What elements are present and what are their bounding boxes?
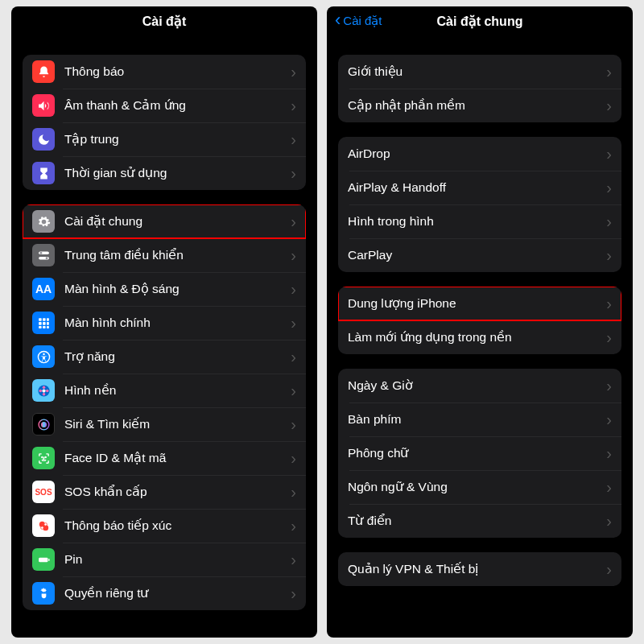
chevron-right-icon: › (606, 146, 612, 162)
gear-icon (32, 210, 55, 233)
list-item[interactable]: Quản lý VPN & Thiết bị› (338, 552, 621, 586)
list-item-label: CarPlay (348, 248, 606, 262)
chevron-left-icon: ‹ (335, 11, 341, 29)
svg-rect-12 (47, 326, 49, 328)
list-item[interactable]: Thời gian sử dụng› (23, 156, 306, 190)
bell-icon (32, 60, 55, 83)
svg-rect-7 (39, 322, 42, 325)
chevron-right-icon: › (291, 416, 296, 432)
list-item[interactable]: Bàn phím› (338, 402, 621, 436)
list-item[interactable]: Pin› (23, 543, 306, 576)
svg-point-16 (42, 389, 45, 392)
list-item[interactable]: CarPlay› (338, 238, 621, 272)
list-item[interactable]: Giới thiệu› (338, 55, 621, 89)
list-item-label: SOS khẩn cấp (64, 485, 291, 499)
list-item[interactable]: Hình trong hình› (338, 204, 621, 238)
list-item[interactable]: Ngôn ngữ & Vùng› (338, 470, 621, 504)
svg-rect-8 (43, 322, 46, 325)
list-item[interactable]: Âm thanh & Cảm ứng› (23, 89, 306, 122)
sos-icon: SOS (32, 481, 55, 503)
chevron-right-icon: › (291, 518, 296, 534)
svg-rect-9 (47, 322, 49, 325)
chevron-right-icon: › (606, 213, 612, 229)
faceid-icon (32, 447, 55, 469)
chevron-right-icon: › (606, 180, 612, 196)
general-group-3: Dung lượng iPhone›Làm mới ứng dụng trong… (338, 287, 621, 354)
list-item[interactable]: Phông chữ› (338, 436, 621, 470)
list-item-label: Tập trung (64, 132, 291, 147)
general-group-4: Ngày & Giờ›Bàn phím›Phông chữ›Ngôn ngữ &… (338, 369, 621, 538)
list-item-label: Bàn phím (348, 412, 606, 427)
chevron-right-icon: › (291, 484, 296, 500)
list-item[interactable]: Ngày & Giờ› (338, 369, 621, 402)
list-item-label: Ngôn ngữ & Vùng (348, 480, 606, 494)
chevron-right-icon: › (606, 445, 612, 461)
svg-point-28 (40, 526, 43, 529)
list-item[interactable]: Làm mới ứng dụng trong nền› (338, 320, 621, 354)
chevron-right-icon: › (291, 131, 296, 147)
list-item[interactable]: Siri & Tìm kiếm› (23, 407, 306, 441)
chevron-right-icon: › (291, 315, 296, 331)
list-item-label: Cài đặt chung (64, 214, 291, 229)
list-item-label: Màn hình chính (64, 316, 291, 330)
battery-icon (32, 548, 55, 571)
list-item-label: Quản lý VPN & Thiết bị (348, 562, 606, 576)
siri-icon (32, 413, 55, 436)
list-item[interactable]: AAMàn hình & Độ sáng› (23, 272, 306, 306)
settings-group-1: Thông báo›Âm thanh & Cảm ứng›Tập trung›T… (23, 55, 306, 190)
chevron-right-icon: › (606, 247, 612, 263)
general-screen-right: ‹ Cài đặt Cài đặt chung Giới thiệu›Cập n… (327, 6, 633, 638)
flower-icon (32, 379, 55, 402)
page-title: Cài đặt chung (437, 14, 523, 29)
svg-point-22 (40, 421, 46, 427)
list-item-label: Ngày & Giờ (348, 378, 606, 393)
chevron-right-icon: › (291, 64, 296, 80)
list-item[interactable]: Cài đặt chung› (23, 204, 306, 238)
back-button[interactable]: ‹ Cài đặt (335, 13, 382, 29)
chevron-right-icon: › (606, 411, 612, 427)
sound-icon (32, 94, 55, 117)
list-item[interactable]: Trợ năng› (23, 340, 306, 374)
exposure-icon (32, 514, 55, 537)
list-item-label: Trung tâm điều khiển (64, 248, 291, 262)
list-item[interactable]: Màn hình chính› (23, 306, 306, 340)
list-item[interactable]: Hình nền› (23, 374, 306, 407)
chevron-right-icon: › (291, 213, 296, 229)
navbar-right: ‹ Cài đặt Cài đặt chung (327, 6, 633, 35)
list-item-label: Face ID & Mật mã (64, 451, 291, 465)
svg-point-27 (43, 522, 47, 526)
svg-point-14 (43, 353, 45, 355)
list-item[interactable]: Trung tâm điều khiển› (23, 238, 306, 272)
content-right: Giới thiệu›Cập nhật phần mềm› AirDrop›Ai… (327, 55, 633, 586)
chevron-right-icon: › (606, 513, 612, 529)
list-item[interactable]: Face ID & Mật mã› (23, 441, 306, 475)
list-item-label: Siri & Tìm kiếm (64, 417, 291, 431)
svg-point-24 (45, 456, 46, 457)
list-item[interactable]: Dung lượng iPhone› (338, 287, 621, 320)
list-item[interactable]: Thông báo› (23, 55, 306, 89)
svg-point-17 (42, 386, 45, 389)
settings-group-2: Cài đặt chung›Trung tâm điều khiển›AAMàn… (23, 204, 306, 610)
list-item[interactable]: Thông báo tiếp xúc› (23, 509, 306, 543)
svg-rect-6 (47, 318, 49, 321)
list-item[interactable]: Cập nhật phần mềm› (338, 89, 621, 122)
list-item[interactable]: Quyền riêng tư› (23, 576, 306, 610)
list-item-label: AirPlay & Handoff (348, 180, 606, 195)
aa-icon: AA (32, 278, 55, 300)
list-item-label: Quyền riêng tư (64, 586, 291, 601)
accessibility-icon (32, 345, 55, 368)
list-item[interactable]: AirDrop› (338, 137, 621, 171)
grid-icon (32, 312, 55, 334)
chevron-right-icon: › (606, 479, 612, 495)
chevron-right-icon: › (291, 382, 296, 398)
list-item[interactable]: SOSSOS khẩn cấp› (23, 475, 306, 509)
general-group-1: Giới thiệu›Cập nhật phần mềm› (338, 55, 621, 122)
switches-icon (32, 244, 55, 266)
list-item[interactable]: AirPlay & Handoff› (338, 171, 621, 204)
chevron-right-icon: › (291, 165, 296, 181)
list-item[interactable]: Tập trung› (23, 122, 306, 156)
svg-point-19 (39, 389, 42, 392)
content-left: Thông báo›Âm thanh & Cảm ứng›Tập trung›T… (11, 55, 317, 610)
list-item[interactable]: Từ điển› (338, 504, 621, 538)
list-item-label: Thông báo tiếp xúc (64, 518, 291, 533)
